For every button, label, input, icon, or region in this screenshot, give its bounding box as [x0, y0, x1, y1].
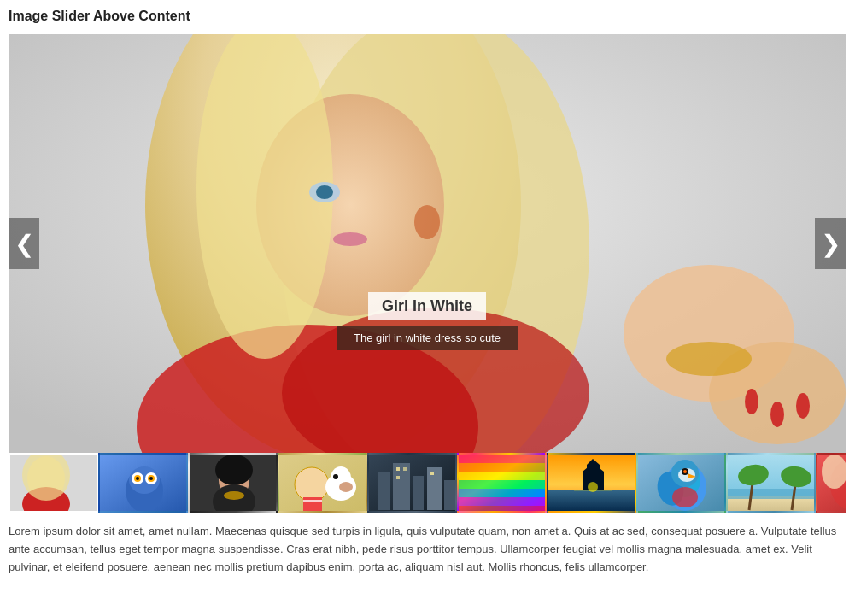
- svg-point-36: [224, 491, 244, 500]
- svg-point-31: [149, 477, 153, 480]
- svg-point-45: [339, 482, 353, 492]
- slide-image: [9, 34, 846, 453]
- thumbnail-1[interactable]: [9, 453, 98, 513]
- svg-rect-87: [728, 489, 816, 499]
- svg-rect-52: [427, 467, 442, 510]
- svg-rect-59: [459, 455, 547, 463]
- svg-rect-51: [413, 476, 424, 510]
- thumbnail-5[interactable]: [367, 453, 457, 513]
- svg-rect-53: [444, 480, 456, 510]
- svg-point-83: [683, 470, 687, 473]
- thumbnail-9[interactable]: [726, 453, 816, 513]
- svg-rect-50: [393, 463, 410, 510]
- body-text: Lorem ipsum dolor sit amet, amet nullam.…: [9, 523, 846, 576]
- svg-rect-61: [459, 472, 547, 480]
- svg-rect-62: [459, 480, 547, 489]
- thumbnail-3[interactable]: [188, 453, 278, 513]
- svg-point-17: [796, 393, 810, 419]
- svg-point-30: [136, 477, 139, 480]
- svg-rect-63: [459, 489, 547, 497]
- thumbnail-7[interactable]: [547, 453, 636, 513]
- thumbnail-8[interactable]: [636, 453, 726, 513]
- svg-point-9: [316, 185, 333, 199]
- svg-rect-57: [430, 472, 434, 475]
- thumbnail-10[interactable]: [816, 453, 846, 513]
- svg-point-84: [672, 487, 698, 507]
- svg-point-34: [215, 455, 253, 485]
- svg-rect-70: [587, 465, 600, 472]
- svg-rect-54: [396, 467, 400, 471]
- slider-next-button[interactable]: ❯: [815, 218, 846, 269]
- svg-point-10: [333, 232, 367, 246]
- svg-rect-64: [459, 497, 547, 506]
- svg-rect-67: [548, 490, 636, 513]
- svg-point-14: [666, 342, 752, 376]
- svg-rect-49: [378, 472, 390, 510]
- slide-caption: Girl In White The girl in white dress so…: [337, 292, 518, 350]
- thumbnail-strip: [9, 453, 846, 513]
- svg-point-46: [333, 474, 338, 479]
- thumbnail-6[interactable]: [457, 453, 547, 513]
- thumbnail-4[interactable]: [278, 453, 367, 513]
- svg-point-15: [745, 389, 758, 414]
- slider-prev-button[interactable]: ❮: [9, 218, 39, 269]
- image-slider: Girl In White The girl in white dress so…: [9, 34, 846, 453]
- svg-point-16: [770, 402, 784, 427]
- svg-rect-41: [303, 497, 322, 511]
- thumbnail-2[interactable]: [98, 453, 188, 513]
- svg-rect-55: [403, 467, 407, 471]
- slide-description: The girl in white dress so cute: [337, 326, 518, 350]
- slide-title: Girl In White: [368, 292, 486, 320]
- svg-rect-65: [459, 506, 547, 513]
- page-title: Image Slider Above Content: [9, 9, 846, 24]
- svg-rect-56: [396, 476, 400, 479]
- svg-rect-60: [459, 463, 547, 472]
- svg-point-11: [414, 205, 440, 239]
